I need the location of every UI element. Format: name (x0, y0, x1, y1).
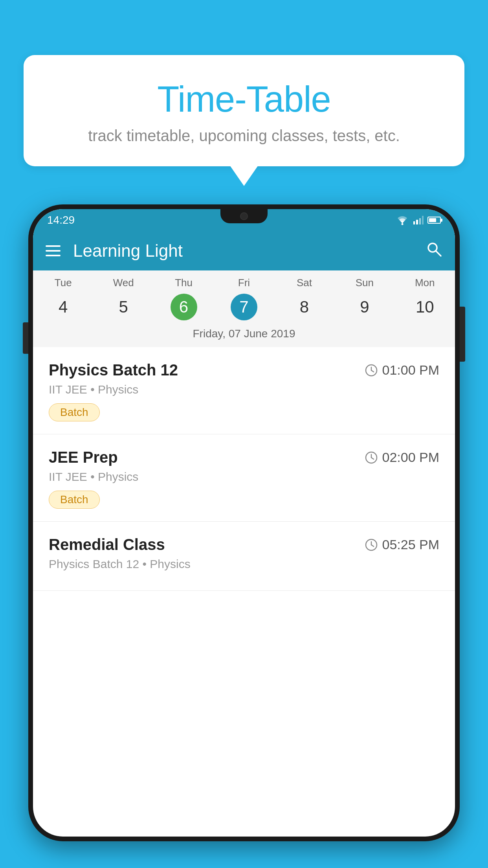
battery-fill (429, 218, 436, 222)
schedule-list: Physics Batch 12 01:00 PMIIT JEE • Physi… (33, 347, 455, 591)
wifi-icon (395, 215, 409, 226)
clock-icon (365, 538, 378, 552)
day-number: 8 (291, 294, 317, 320)
phone-container: 14:29 (28, 204, 460, 868)
schedule-item[interactable]: JEE Prep 02:00 PMIIT JEE • PhysicsBatch (33, 434, 455, 522)
day-name: Sat (274, 277, 334, 289)
status-icons (395, 215, 441, 226)
schedule-item-subtitle: Physics Batch 12 • Physics (49, 557, 439, 571)
signal-icon (413, 216, 424, 224)
schedule-item[interactable]: Physics Batch 12 01:00 PMIIT JEE • Physi… (33, 347, 455, 434)
day-col[interactable]: Tue4 (33, 277, 93, 320)
day-number: 4 (50, 294, 77, 320)
svg-line-11 (371, 545, 374, 546)
speech-bubble: Time-Table track timetable, upcoming cla… (24, 55, 464, 166)
hamburger-line (46, 255, 61, 256)
app-bar-title: Learning Light (73, 241, 413, 261)
day-number: 10 (411, 294, 438, 320)
clock-icon (365, 451, 378, 464)
front-camera (240, 212, 248, 220)
day-number: 5 (110, 294, 137, 320)
bubble-title: Time-Table (47, 79, 441, 120)
schedule-item[interactable]: Remedial Class 05:25 PMPhysics Batch 12 … (33, 522, 455, 591)
day-col[interactable]: Fri7 (214, 277, 274, 320)
day-col[interactable]: Mon10 (395, 277, 455, 320)
app-bar: Learning Light (33, 231, 455, 270)
weekdays-row: Tue4Wed5Thu6Fri7Sat8Sun9Mon10 (33, 270, 455, 324)
day-name: Sun (334, 277, 394, 289)
day-col[interactable]: Wed5 (93, 277, 153, 320)
day-number: 7 (231, 294, 257, 320)
schedule-item-time: 05:25 PM (365, 537, 439, 552)
day-number: 9 (351, 294, 378, 320)
day-col[interactable]: Sat8 (274, 277, 334, 320)
selected-date-label: Friday, 07 June 2019 (33, 324, 455, 347)
bubble-subtitle: track timetable, upcoming classes, tests… (47, 127, 441, 145)
day-name: Tue (33, 277, 93, 289)
clock-icon (365, 364, 378, 377)
phone-outer: 14:29 (28, 204, 460, 841)
status-time: 14:29 (47, 214, 75, 226)
schedule-item-header: JEE Prep 02:00 PM (49, 449, 439, 466)
time-text: 02:00 PM (382, 450, 439, 465)
phone-screen: 14:29 (33, 209, 455, 837)
svg-line-5 (371, 370, 374, 372)
day-number: 6 (171, 294, 197, 320)
hamburger-line (46, 250, 61, 252)
schedule-item-subtitle: IIT JEE • Physics (49, 470, 439, 484)
hamburger-line (46, 245, 61, 247)
phone-notch (220, 209, 268, 223)
schedule-item-title: JEE Prep (49, 449, 118, 466)
day-name: Wed (93, 277, 153, 289)
day-col[interactable]: Sun9 (334, 277, 394, 320)
schedule-item-title: Physics Batch 12 (49, 361, 178, 379)
svg-line-8 (371, 458, 374, 459)
speech-bubble-container: Time-Table track timetable, upcoming cla… (24, 55, 464, 166)
schedule-item-time: 01:00 PM (365, 362, 439, 378)
day-name: Fri (214, 277, 274, 289)
batch-badge: Batch (49, 403, 100, 421)
calendar-section: Tue4Wed5Thu6Fri7Sat8Sun9Mon10 Friday, 07… (33, 270, 455, 347)
batch-badge: Batch (49, 491, 100, 509)
schedule-item-subtitle: IIT JEE • Physics (49, 383, 439, 396)
time-text: 05:25 PM (382, 537, 439, 552)
schedule-item-header: Physics Batch 12 01:00 PM (49, 361, 439, 379)
search-button[interactable] (425, 240, 442, 261)
day-name: Thu (154, 277, 214, 289)
schedule-item-header: Remedial Class 05:25 PM (49, 536, 439, 554)
svg-line-2 (436, 251, 441, 256)
battery-icon (427, 217, 441, 224)
time-text: 01:00 PM (382, 362, 439, 378)
svg-point-0 (402, 223, 404, 225)
menu-button[interactable] (46, 245, 61, 256)
schedule-item-time: 02:00 PM (365, 450, 439, 465)
day-name: Mon (395, 277, 455, 289)
schedule-item-title: Remedial Class (49, 536, 165, 554)
day-col[interactable]: Thu6 (154, 277, 214, 320)
